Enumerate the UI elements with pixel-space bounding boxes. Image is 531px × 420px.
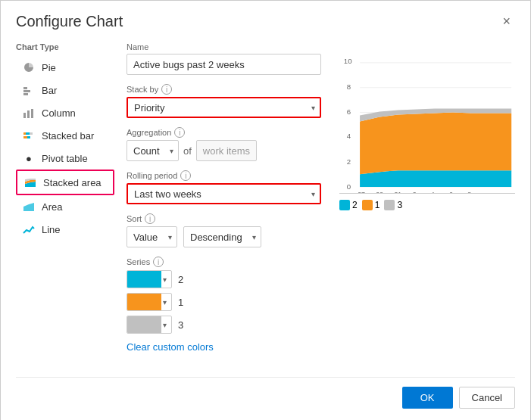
close-button[interactable]: ×: [498, 13, 515, 30]
series-label-0: 2: [178, 274, 183, 285]
stack-by-chevron-icon: ▾: [311, 104, 315, 112]
sort-group: Sort i Value ▾ Descending ▾: [127, 213, 321, 247]
agg-items-label: work items: [196, 140, 257, 161]
svg-rect-4: [27, 110, 30, 118]
legend-label-1: 1: [375, 200, 380, 210]
series-label-1: 1: [178, 297, 183, 308]
svg-rect-6: [23, 132, 26, 135]
rolling-period-info-icon[interactable]: i: [180, 170, 191, 181]
series-item-2: ▾3: [127, 316, 321, 334]
sort-by-select-wrap: Value ▾: [127, 226, 177, 247]
clear-custom-colors-link[interactable]: Clear custom colors: [127, 341, 214, 353]
legend-color-0: [339, 200, 350, 210]
series-color-swatch-0: [127, 271, 161, 288]
sidebar-item-stacked-area[interactable]: Stacked area: [16, 170, 114, 195]
chart-series-blue: [360, 170, 511, 187]
sidebar-item-line[interactable]: Line: [16, 218, 114, 241]
ok-button[interactable]: OK: [402, 387, 453, 409]
sort-by-select[interactable]: Value: [127, 227, 176, 247]
sidebar-item-label-line: Line: [42, 224, 61, 235]
svg-rect-3: [23, 113, 26, 118]
aggregation-group: Aggregation i Count ▾ of work items: [127, 127, 321, 161]
svg-text:0: 0: [347, 182, 351, 191]
sidebar-item-pivot-table[interactable]: ●Pivot table: [16, 147, 114, 170]
svg-text:10: 10: [344, 57, 352, 65]
cancel-button[interactable]: Cancel: [459, 387, 515, 409]
series-info-icon[interactable]: i: [153, 257, 164, 267]
sidebar-items: PieBarColumnStacked bar●Pivot tableStack…: [16, 56, 114, 241]
svg-text:6: 6: [347, 107, 351, 115]
pivot-icon: ●: [22, 151, 36, 165]
sidebar-item-label-area: Area: [42, 201, 62, 213]
series-item-1: ▾1: [127, 293, 321, 311]
svg-text:2: 2: [347, 157, 351, 166]
series-color-btn-1[interactable]: ▾: [127, 293, 172, 311]
rolling-period-select[interactable]: Last two weeks: [128, 185, 220, 203]
sort-info-icon[interactable]: i: [145, 213, 155, 224]
sidebar-item-label-column: Column: [42, 107, 76, 119]
svg-text:31: 31: [395, 191, 402, 193]
stack-by-info-icon[interactable]: i: [161, 84, 172, 95]
form-panel: Name Stack by i Priority ▾ Aggregation: [114, 42, 333, 362]
sidebar-item-area[interactable]: Area: [16, 195, 114, 218]
svg-text:27: 27: [358, 191, 365, 193]
rolling-period-select-wrap: Last two weeks ▾: [127, 183, 321, 204]
svg-text:4: 4: [347, 132, 351, 140]
sidebar-item-pie[interactable]: Pie: [16, 56, 114, 79]
aggregation-label: Aggregation i: [127, 127, 321, 138]
svg-text:8: 8: [347, 82, 351, 91]
dialog-title: Configure Chart: [16, 13, 123, 30]
svg-rect-2: [23, 93, 28, 95]
svg-text:6: 6: [449, 191, 453, 193]
configure-chart-dialog: Configure Chart × Chart Type PieBarColum…: [0, 0, 531, 420]
svg-rect-1: [23, 90, 30, 92]
sidebar-item-stacked-bar[interactable]: Stacked bar: [16, 124, 114, 147]
dialog-footer: OK Cancel: [16, 377, 515, 409]
svg-rect-5: [31, 109, 33, 118]
sort-row: Value ▾ Descending ▾: [127, 226, 321, 247]
chart-type-label: Chart Type: [16, 42, 114, 51]
sidebar: Chart Type PieBarColumnStacked bar●Pivot…: [16, 42, 114, 362]
sort-dir-select[interactable]: Descending: [184, 227, 261, 247]
series-color-swatch-2: [127, 316, 161, 333]
rolling-period-label: Rolling period i: [127, 170, 321, 181]
series-color-btn-0[interactable]: ▾: [127, 270, 172, 288]
column-icon: [22, 106, 36, 120]
legend-item-0: 2: [339, 200, 358, 210]
svg-rect-7: [26, 132, 30, 135]
chart-svg: 0 2 4 6 8 10: [339, 42, 515, 193]
agg-of-label: of: [183, 145, 192, 157]
svg-text:2: 2: [413, 191, 417, 193]
chart-legend: 213: [339, 200, 515, 210]
aggregation-select[interactable]: Count: [127, 141, 178, 160]
aggregation-info-icon[interactable]: i: [174, 127, 185, 138]
aggregation-row: Count ▾ of work items: [127, 140, 321, 161]
series-item-0: ▾2: [127, 270, 321, 288]
stack-by-group: Stack by i Priority ▾: [127, 84, 321, 118]
legend-item-1: 1: [362, 200, 380, 210]
series-color-btn-2[interactable]: ▾: [127, 316, 172, 334]
series-list: ▾2▾1▾3: [127, 270, 321, 334]
svg-rect-0: [23, 87, 27, 89]
svg-text:4: 4: [431, 191, 435, 193]
area-icon: [22, 200, 36, 213]
chart-area: 0 2 4 6 8 10: [339, 42, 515, 194]
sidebar-item-label-pie: Pie: [42, 62, 56, 73]
line-icon: [22, 222, 36, 236]
sidebar-item-bar[interactable]: Bar: [16, 79, 114, 101]
name-input[interactable]: [127, 54, 321, 75]
stack-by-label: Stack by i: [127, 84, 321, 95]
stack-by-select-wrap: Priority ▾: [127, 97, 321, 118]
pie-icon: [22, 61, 36, 74]
stack-by-select[interactable]: Priority: [128, 98, 183, 117]
dialog-header: Configure Chart ×: [16, 13, 515, 30]
sidebar-item-column[interactable]: Column: [16, 101, 114, 124]
chart-panel: 0 2 4 6 8 10: [333, 42, 515, 362]
sidebar-item-label-stacked-area: Stacked area: [43, 177, 102, 188]
svg-rect-10: [27, 136, 30, 138]
legend-color-1: [362, 200, 373, 210]
legend-item-2: 3: [384, 200, 402, 210]
series-label-2: 3: [178, 319, 183, 331]
name-group: Name: [127, 42, 321, 75]
dialog-body: Chart Type PieBarColumnStacked bar●Pivot…: [16, 42, 515, 362]
